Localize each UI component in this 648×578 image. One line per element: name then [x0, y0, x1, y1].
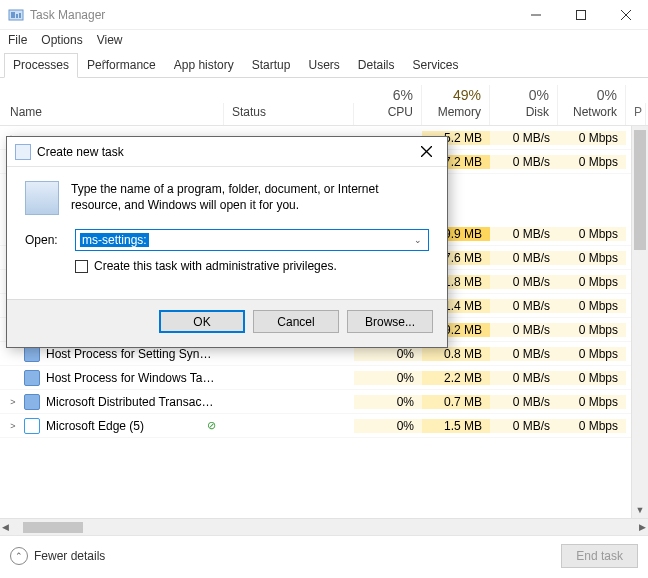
leaf-icon: ⊘	[207, 419, 216, 432]
cell-cpu: 0%	[354, 371, 422, 385]
cell-memory: 2.2 MB	[422, 371, 490, 385]
col-memory[interactable]: 49% Memory	[422, 85, 490, 125]
ok-button[interactable]: OK	[159, 310, 245, 333]
cell-disk: 0 MB/s	[490, 371, 558, 385]
minimize-button[interactable]	[513, 0, 558, 30]
open-input-value: ms-settings:	[80, 233, 149, 247]
fewer-details-button[interactable]: ⌃ Fewer details	[10, 547, 105, 565]
expand-icon[interactable]: >	[8, 397, 18, 407]
table-row[interactable]: Host Process for Windows Tasks0%2.2 MB0 …	[0, 366, 648, 390]
horizontal-scrollbar[interactable]: ◀ ▶	[0, 518, 648, 535]
cell-memory: 1.5 MB	[422, 419, 490, 433]
dialog-titlebar: Create new task	[7, 137, 447, 167]
open-label: Open:	[25, 233, 65, 247]
table-row[interactable]: >Microsoft Edge (5)⊘0%1.5 MB0 MB/s0 Mbps	[0, 414, 648, 438]
sort-indicator-icon: ⌃	[100, 58, 108, 69]
cell-disk: 0 MB/s	[490, 323, 558, 337]
process-icon	[24, 418, 40, 434]
menubar: File Options View	[0, 30, 648, 52]
table-row[interactable]: >Microsoft Distributed Transactio...0%0.…	[0, 390, 648, 414]
col-status[interactable]: Status	[224, 103, 354, 125]
cell-memory: 0.7 MB	[422, 395, 490, 409]
vertical-scrollbar[interactable]: ▲ ▼	[631, 126, 648, 518]
col-cpu[interactable]: 6% CPU	[354, 85, 422, 125]
cell-disk: 0 MB/s	[490, 275, 558, 289]
browse-button[interactable]: Browse...	[347, 310, 433, 333]
menu-options[interactable]: Options	[41, 33, 82, 47]
cell-disk: 0 MB/s	[490, 347, 558, 361]
cell-cpu: 0%	[354, 395, 422, 409]
col-memory-pct: 49%	[430, 87, 481, 105]
open-combobox[interactable]: ms-settings: ⌄	[75, 229, 429, 251]
tab-apphistory[interactable]: App history	[165, 53, 243, 78]
process-name: Microsoft Distributed Transactio...	[46, 395, 216, 409]
window-title: Task Manager	[30, 8, 513, 22]
menu-view[interactable]: View	[97, 33, 123, 47]
cancel-button[interactable]: Cancel	[253, 310, 339, 333]
scroll-down-icon[interactable]: ▼	[632, 501, 648, 518]
chevron-up-icon: ⌃	[10, 547, 28, 565]
col-extra[interactable]: P	[626, 103, 646, 125]
process-name: Microsoft Edge (5)	[46, 419, 199, 433]
admin-checkbox[interactable]	[75, 260, 88, 273]
admin-checkbox-row[interactable]: Create this task with administrative pri…	[75, 259, 429, 273]
run-dialog-icon	[15, 144, 31, 160]
menu-file[interactable]: File	[8, 33, 27, 47]
cell-network: 0 Mbps	[558, 371, 626, 385]
tab-processes[interactable]: Processes	[4, 53, 78, 78]
dialog-title: Create new task	[37, 145, 411, 159]
tab-services[interactable]: Services	[404, 53, 468, 78]
col-network[interactable]: 0% Network	[558, 85, 626, 125]
cell-network: 0 Mbps	[558, 155, 626, 169]
cell-name: >Microsoft Edge (5)⊘	[0, 418, 224, 434]
cell-disk: 0 MB/s	[490, 251, 558, 265]
dialog-close-button[interactable]	[411, 139, 441, 165]
cell-network: 0 Mbps	[558, 131, 626, 145]
col-network-label: Network	[573, 105, 617, 119]
svg-rect-2	[16, 14, 18, 18]
col-disk[interactable]: 0% Disk	[490, 85, 558, 125]
cell-name: >Microsoft Distributed Transactio...	[0, 394, 224, 410]
col-cpu-pct: 6%	[362, 87, 413, 105]
cell-network: 0 Mbps	[558, 395, 626, 409]
col-cpu-label: CPU	[388, 105, 413, 119]
scroll-thumb[interactable]	[634, 130, 646, 250]
tabs: Processes Performance App history Startu…	[0, 52, 648, 78]
col-name-label: Name	[10, 105, 215, 119]
close-button[interactable]	[603, 0, 648, 30]
tab-performance[interactable]: Performance	[78, 53, 165, 78]
cell-network: 0 Mbps	[558, 275, 626, 289]
tab-details[interactable]: Details	[349, 53, 404, 78]
scroll-right-icon[interactable]: ▶	[639, 522, 646, 532]
col-disk-pct: 0%	[498, 87, 549, 105]
process-icon	[24, 394, 40, 410]
process-name: Host Process for Windows Tasks	[46, 371, 216, 385]
expand-icon[interactable]: >	[8, 421, 18, 431]
cell-name: Host Process for Windows Tasks	[0, 370, 224, 386]
maximize-button[interactable]	[558, 0, 603, 30]
process-name: Host Process for Setting Synchr...	[46, 347, 216, 361]
cell-memory: 0.8 MB	[422, 347, 490, 361]
column-header: Name ⌃ Status 6% CPU 49% Memory 0% Disk …	[0, 78, 648, 126]
create-task-dialog: Create new task Type the name of a progr…	[6, 136, 448, 348]
svg-rect-3	[19, 13, 21, 18]
cell-network: 0 Mbps	[558, 251, 626, 265]
cell-network: 0 Mbps	[558, 299, 626, 313]
admin-checkbox-label: Create this task with administrative pri…	[94, 259, 337, 273]
process-icon	[24, 370, 40, 386]
col-name[interactable]: Name ⌃	[0, 103, 224, 125]
end-task-button[interactable]: End task	[561, 544, 638, 568]
col-network-pct: 0%	[566, 87, 617, 105]
svg-rect-1	[11, 12, 15, 18]
cell-network: 0 Mbps	[558, 227, 626, 241]
cell-disk: 0 MB/s	[490, 155, 558, 169]
dialog-instruction-text: Type the name of a program, folder, docu…	[71, 181, 429, 213]
hscroll-thumb[interactable]	[23, 522, 83, 533]
chevron-down-icon[interactable]: ⌄	[410, 232, 426, 248]
scroll-left-icon[interactable]: ◀	[2, 522, 9, 532]
cell-disk: 0 MB/s	[490, 419, 558, 433]
cell-disk: 0 MB/s	[490, 227, 558, 241]
tab-users[interactable]: Users	[299, 53, 348, 78]
tab-startup[interactable]: Startup	[243, 53, 300, 78]
cell-network: 0 Mbps	[558, 419, 626, 433]
